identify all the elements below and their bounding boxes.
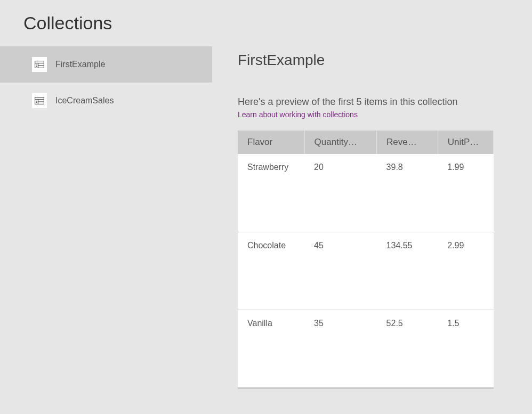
sidebar-item-icecreamsales[interactable]: IceCreamSales xyxy=(0,83,212,119)
col-unitp[interactable]: UnitP… xyxy=(438,131,493,154)
cell-quantity: 20 xyxy=(304,154,377,232)
cell-flavor: Strawberry xyxy=(238,154,304,232)
svg-rect-0 xyxy=(35,61,44,68)
data-table-wrap: Flavor Quantity… Reve… UnitP… Strawberry… xyxy=(238,131,494,389)
col-revenue[interactable]: Reve… xyxy=(377,131,438,154)
learn-link[interactable]: Learn about working with collections xyxy=(238,110,358,119)
page-title: Collections xyxy=(0,0,532,46)
collection-icon xyxy=(32,93,47,108)
col-flavor[interactable]: Flavor xyxy=(238,131,304,154)
table-row[interactable]: Vanilla 35 52.5 1.5 xyxy=(238,310,494,387)
svg-rect-6 xyxy=(35,98,44,104)
cell-revenue: 39.8 xyxy=(377,154,438,232)
content-pane: FirstExample Here's a preview of the fir… xyxy=(212,46,532,408)
table-row[interactable]: Strawberry 20 39.8 1.99 xyxy=(238,154,494,232)
sidebar-item-label: FirstExample xyxy=(55,60,105,69)
cell-unitp: 1.99 xyxy=(438,154,493,232)
cell-unitp: 1.5 xyxy=(438,310,493,387)
main-layout: FirstExample IceCreamSales FirstExample … xyxy=(0,46,532,408)
cell-revenue: 134.55 xyxy=(377,232,438,310)
cell-flavor: Vanilla xyxy=(238,310,304,387)
preview-intro: Here's a preview of the first 5 items in… xyxy=(238,96,506,108)
cell-revenue: 52.5 xyxy=(377,310,438,387)
cell-quantity: 45 xyxy=(304,232,377,310)
cell-flavor: Chocolate xyxy=(238,232,304,310)
sidebar-item-label: IceCreamSales xyxy=(55,96,114,105)
collection-icon xyxy=(32,57,47,72)
cell-unitp: 2.99 xyxy=(438,232,493,310)
data-table: Flavor Quantity… Reve… UnitP… Strawberry… xyxy=(238,131,494,387)
sidebar-item-firstexample[interactable]: FirstExample xyxy=(0,46,212,83)
detail-title: FirstExample xyxy=(238,52,506,69)
table-header-row: Flavor Quantity… Reve… UnitP… xyxy=(238,131,494,154)
col-quantity[interactable]: Quantity… xyxy=(304,131,377,154)
sidebar: FirstExample IceCreamSales xyxy=(0,46,212,408)
cell-quantity: 35 xyxy=(304,310,377,387)
table-row[interactable]: Chocolate 45 134.55 2.99 xyxy=(238,232,494,310)
